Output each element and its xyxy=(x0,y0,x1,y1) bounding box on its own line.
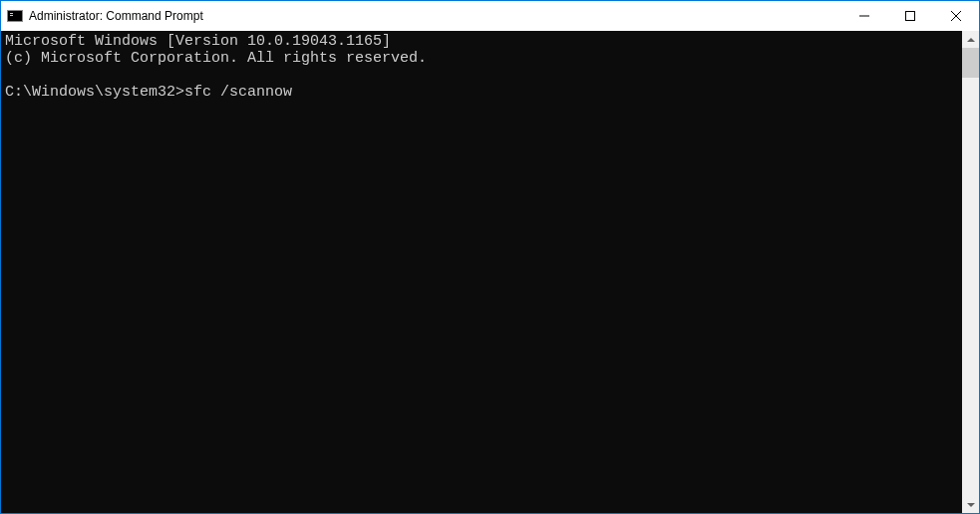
svg-rect-1 xyxy=(906,12,915,21)
console-area: Microsoft Windows [Version 10.0.19043.11… xyxy=(1,31,979,513)
console-command[interactable]: sfc /scannow xyxy=(184,84,292,101)
scrollbar-thumb[interactable] xyxy=(962,48,979,78)
window-title: Administrator: Command Prompt xyxy=(29,9,203,23)
svg-marker-4 xyxy=(967,38,975,42)
console-line: (c) Microsoft Corporation. All rights re… xyxy=(5,50,427,67)
maximize-button[interactable] xyxy=(887,1,933,31)
console-output[interactable]: Microsoft Windows [Version 10.0.19043.11… xyxy=(1,31,962,513)
scrollbar-track[interactable] xyxy=(962,48,979,496)
command-prompt-window: Administrator: Command Prompt Microsoft … xyxy=(0,0,980,514)
console-prompt: C:\Windows\system32> xyxy=(5,84,184,101)
window-controls xyxy=(841,1,979,31)
console-line: Microsoft Windows [Version 10.0.19043.11… xyxy=(5,33,391,50)
cmd-icon xyxy=(7,8,23,24)
titlebar[interactable]: Administrator: Command Prompt xyxy=(1,1,979,31)
svg-marker-5 xyxy=(967,503,975,507)
vertical-scrollbar[interactable] xyxy=(962,31,979,513)
scroll-up-arrow-icon[interactable] xyxy=(962,31,979,48)
scroll-down-arrow-icon[interactable] xyxy=(962,496,979,513)
minimize-button[interactable] xyxy=(841,1,887,31)
close-button[interactable] xyxy=(933,1,979,31)
